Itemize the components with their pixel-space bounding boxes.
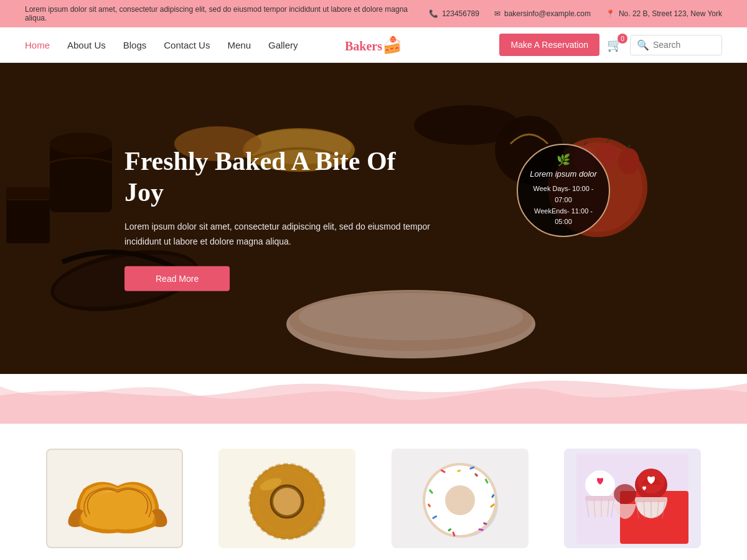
cart-badge: 0 [618, 34, 627, 44]
dessert-image [392, 449, 529, 548]
nav-gallery[interactable]: Gallery [268, 40, 298, 50]
read-more-button[interactable]: Read More [125, 266, 230, 291]
bagel-svg [231, 455, 343, 542]
phone-number: 123456789 [442, 9, 479, 18]
hero-body: Lorem ipsum dolor sit amet, consectetur … [125, 220, 436, 250]
svg-rect-52 [585, 496, 615, 501]
breakfast-image [46, 449, 183, 548]
top-bar: Lorem ipsum dolor sit amet, consectetur … [0, 0, 747, 27]
lunch-card: Lunch Lorem ipsum dolor sit amet, consec… [210, 449, 365, 560]
hero-section: Freshly Baked A Bite Of Joy Lorem ipsum … [0, 63, 747, 374]
leaf-icon: 🌿 [557, 153, 570, 167]
phone-item: 📞 123456789 [429, 9, 479, 18]
categories-grid: Break Fast Lorem ipsum dolor sit amet, c… [37, 449, 710, 560]
svg-point-23 [273, 488, 301, 515]
phone-icon: 📞 [429, 9, 438, 18]
cakes-image [564, 449, 701, 548]
badge-weekdays: Week Days- 10:00 - 07:00 WeekEnds- 11:00… [528, 184, 599, 227]
address-text: No. 22 B, Street 123, New York [619, 9, 722, 18]
wave-divider [0, 374, 747, 424]
nav-about[interactable]: About Us [67, 40, 106, 50]
site-logo[interactable]: Bakers🍰 [345, 35, 402, 55]
cakes-card: Cakes Lorem ipsum dolor sit amet, consec… [556, 449, 710, 560]
nav-links: Home About Us Blogs Contact Us Menu Gall… [25, 40, 499, 50]
svg-point-33 [445, 485, 475, 515]
search-input[interactable] [653, 40, 715, 50]
badge-title: Lorem ipsum dolor [530, 169, 597, 179]
dessert-card: Dessert Lorem ipsum dolor sit amet, cons… [383, 449, 537, 560]
reservation-button[interactable]: Make A Reservation [499, 34, 599, 56]
nav-menu[interactable]: Menu [227, 40, 251, 50]
email-item: ✉ bakersinfo@example.com [494, 9, 591, 18]
cupcakes-svg [576, 454, 688, 544]
wave-svg [0, 374, 747, 424]
hero-heading: Freshly Baked A Bite Of Joy [125, 146, 436, 208]
location-icon: 📍 [606, 9, 615, 18]
categories-section: Break Fast Lorem ipsum dolor sit amet, c… [0, 424, 747, 560]
svg-point-56 [614, 484, 636, 504]
search-icon: 🔍 [637, 39, 649, 51]
nav-right: Make A Reservation 🛒 0 🔍 [499, 34, 722, 56]
hero-content: Freshly Baked A Bite Of Joy Lorem ipsum … [125, 146, 436, 291]
lunch-image [218, 449, 355, 548]
search-box[interactable]: 🔍 [630, 35, 722, 55]
contact-info: 📞 123456789 ✉ bakersinfo@example.com 📍 N… [429, 9, 722, 18]
breakfast-card: Break Fast Lorem ipsum dolor sit amet, c… [37, 449, 192, 560]
cart-icon[interactable]: 🛒 0 [607, 37, 622, 52]
hours-badge: 🌿 Lorem ipsum dolor Week Days- 10:00 - 0… [517, 144, 610, 237]
donut-svg [404, 454, 516, 544]
croissant-svg [59, 458, 171, 539]
nav-blogs[interactable]: Blogs [123, 40, 147, 50]
marquee-text: Lorem ipsum dolor sit amet, consectetur … [25, 5, 429, 22]
nav-home[interactable]: Home [25, 40, 50, 50]
nav-contact[interactable]: Contact Us [164, 40, 210, 50]
navbar: Home About Us Blogs Contact Us Menu Gall… [0, 27, 747, 63]
email-address: bakersinfo@example.com [504, 9, 591, 18]
email-icon: ✉ [494, 9, 500, 18]
address-item: 📍 No. 22 B, Street 123, New York [606, 9, 722, 18]
